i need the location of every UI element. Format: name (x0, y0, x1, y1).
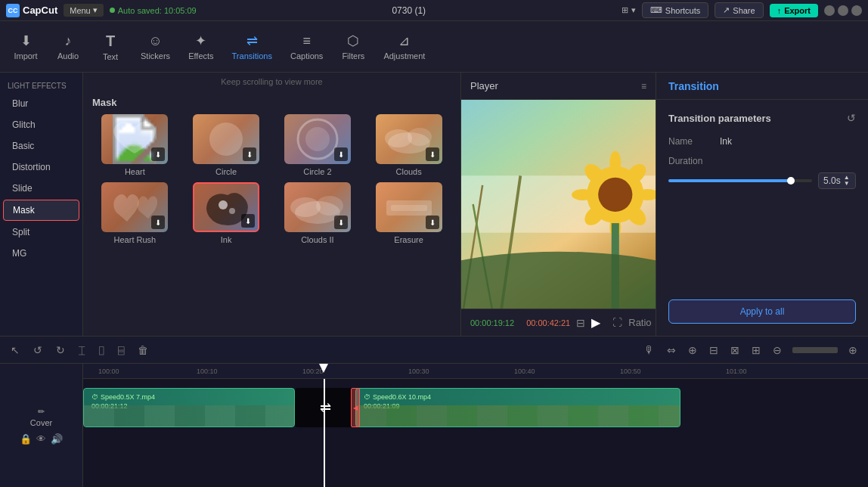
sidebar-item-blur[interactable]: Blur (3, 94, 79, 113)
shortcuts-button[interactable]: ⌨ Shortcuts (642, 2, 708, 18)
redo-button[interactable]: ↻ (51, 341, 70, 359)
ratio-button[interactable]: Ratio (628, 317, 651, 328)
download-icon[interactable]: ⬇ (151, 147, 165, 161)
mic-icon[interactable]: 🎙 (640, 341, 659, 359)
section-title: Mask (92, 97, 451, 108)
svg-point-19 (572, 189, 594, 200)
menu-button[interactable]: Menu ▾ (64, 4, 104, 17)
thumb-heart[interactable]: ⬇ (101, 114, 168, 164)
sidebar-item-distortion[interactable]: Distortion (3, 157, 79, 177)
transition-marker[interactable]: ⇌ (295, 388, 355, 427)
list-item[interactable]: ⬇ Clouds II (275, 182, 361, 244)
trim-button[interactable]: ⌸ (113, 341, 129, 359)
apply-all-button[interactable]: Apply to all (668, 299, 856, 324)
sidebar-item-mg[interactable]: MG (3, 244, 79, 263)
add-track-icon[interactable]: ⊕ (844, 341, 862, 359)
svg-point-17 (609, 151, 621, 174)
play-button[interactable]: ▶ (591, 315, 600, 330)
duration-stepper[interactable]: ▲ ▼ (844, 175, 850, 187)
tool-stickers[interactable]: ☺ Stickers (133, 29, 178, 65)
duration-slider[interactable] (668, 179, 812, 182)
track-split-icon[interactable]: ⊠ (726, 341, 744, 359)
thumb-heartrush[interactable]: ⬇ (101, 182, 168, 232)
share-button[interactable]: ↗ Share (715, 2, 763, 18)
slider-thumb[interactable] (787, 177, 795, 185)
download-icon[interactable]: ⬇ (334, 216, 348, 229)
thumb-clouds[interactable]: ⬇ (376, 114, 442, 164)
list-item[interactable]: ⬇ Circle (184, 114, 269, 176)
magnet-icon[interactable]: ⊕ (684, 341, 702, 359)
sidebar-item-split[interactable]: Split (3, 222, 79, 242)
svg-point-10 (316, 196, 343, 216)
lock-icon[interactable]: 🔒 (20, 433, 32, 445)
split-button[interactable]: ⌶ (74, 341, 89, 359)
fullscreen-icon[interactable]: ⛶ (612, 317, 622, 328)
resolution-indicator[interactable]: ⊞▾ (622, 5, 636, 15)
cursor-tool[interactable]: ↖ (6, 341, 24, 359)
player-menu-icon[interactable]: ≡ (641, 81, 646, 92)
transition-params: Transition parameters ↺ Name Ink Duratio… (656, 100, 868, 213)
list-item[interactable]: ⬇ Ink (184, 182, 269, 244)
list-item[interactable]: ⬇ Heart Rush (92, 182, 178, 244)
export-icon: ↑ (777, 6, 782, 15)
download-icon[interactable]: ⬇ (243, 147, 256, 161)
undo-button[interactable]: ↺ (29, 341, 47, 359)
topbar-right: ⊞▾ ⌨ Shortcuts ↗ Share ↑ Export (622, 2, 862, 18)
reset-icon[interactable]: ↺ (847, 112, 856, 124)
tool-effects[interactable]: ✦ Effects (181, 28, 221, 65)
track-lock-icon[interactable]: ⊟ (705, 341, 723, 359)
eye-icon[interactable]: 👁 (36, 433, 46, 445)
player-title: Player (470, 80, 498, 92)
item-label: Erasure (394, 235, 423, 244)
volume-icon[interactable]: 🔊 (51, 433, 63, 445)
sidebar-item-basic[interactable]: Basic (3, 136, 79, 156)
video-segment-1[interactable]: ⏱ Speed0.5X 7.mp4 00:00:21:12 (83, 388, 295, 427)
export-button[interactable]: ↑ Export (770, 4, 818, 17)
download-icon[interactable]: ⬇ (426, 216, 439, 229)
video-segment-2[interactable]: ⏱ Speed0.6X 10.mp4 00:00:21:09 (355, 388, 680, 427)
cover-button[interactable]: ✏ Cover (30, 407, 52, 427)
list-item[interactable]: ⬇ Heart (92, 114, 178, 176)
effects-icon: ✦ (195, 33, 206, 49)
download-icon[interactable]: ⬇ (151, 216, 165, 229)
decrement-icon[interactable]: ▼ (844, 181, 850, 187)
tool-import[interactable]: ⬇ Import (6, 28, 45, 65)
indicator-arrow: ◀ (353, 405, 358, 411)
player-panel: Player ≡ (461, 73, 656, 336)
tool-transitions[interactable]: ⇌ Transitions (225, 28, 280, 65)
thumb-clouds2[interactable]: ⬇ (284, 182, 351, 232)
tool-filters[interactable]: ⬡ Filters (333, 28, 373, 65)
maximize-button[interactable] (838, 5, 848, 16)
thumb-ink[interactable]: ⬇ (193, 182, 259, 232)
adjustment-icon: ⊿ (398, 33, 410, 49)
track-link-icon[interactable]: ⇔ (662, 341, 680, 359)
sidebar-item-mask[interactable]: Mask (3, 200, 79, 221)
text-icon: T (106, 33, 115, 50)
topbar-left: CC CapCut Menu ▾ Auto saved: 10:05:09 (6, 4, 197, 17)
download-icon[interactable]: ⬇ (241, 214, 255, 228)
captions-icon: ≡ (302, 33, 311, 49)
list-item[interactable]: ⬇ Clouds (366, 114, 451, 176)
sidebar-item-slide[interactable]: Slide (3, 178, 79, 198)
minimize-button[interactable] (824, 5, 835, 16)
tool-audio[interactable]: ♪ Audio (48, 29, 88, 65)
split-right-button[interactable]: ⌷ (94, 341, 109, 359)
thumb-erasure[interactable]: ⬇ (376, 182, 442, 232)
zoom-slider[interactable] (792, 347, 838, 353)
transition-indicator[interactable]: ◀ (351, 388, 360, 427)
tool-adjustment[interactable]: ⊿ Adjustment (376, 28, 432, 65)
tool-captions[interactable]: ≡ Captions (283, 29, 330, 65)
zoom-out-icon[interactable]: ⊖ (768, 341, 786, 359)
track-merge-icon[interactable]: ⊞ (747, 341, 765, 359)
list-item[interactable]: ⬇ Erasure (366, 182, 451, 244)
delete-button[interactable]: 🗑 (133, 341, 153, 359)
tool-text[interactable]: T Text (91, 28, 130, 66)
download-icon[interactable]: ⬇ (334, 147, 348, 161)
close-button[interactable] (851, 5, 862, 16)
thumb-circle[interactable]: ⬇ (193, 114, 259, 164)
download-icon[interactable]: ⬇ (426, 147, 439, 161)
thumb-circle2[interactable]: ⬇ (284, 114, 351, 164)
sidebar-item-glitch[interactable]: Glitch (3, 115, 79, 135)
list-icon[interactable]: ⊟ (576, 317, 585, 329)
list-item[interactable]: ⬇ Circle 2 (275, 114, 361, 176)
